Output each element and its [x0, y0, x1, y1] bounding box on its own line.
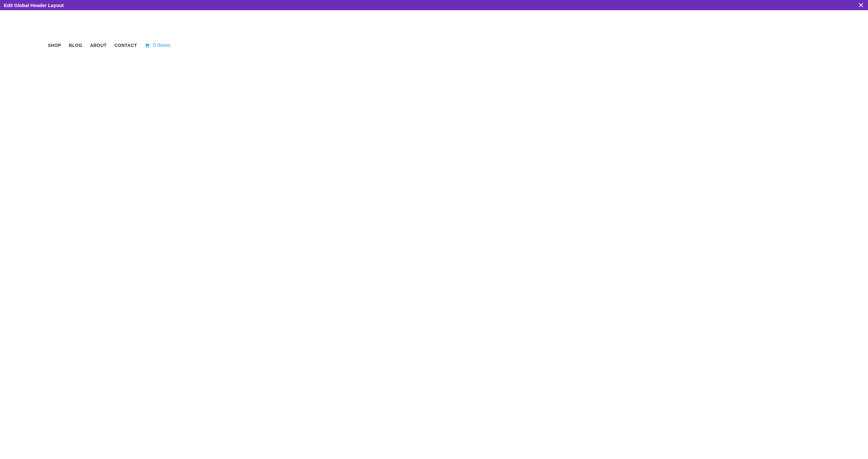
close-icon — [859, 3, 864, 8]
preview-area: SHOP BLOG ABOUT CONTACT 0 items Menu Set… — [0, 10, 868, 49]
close-button[interactable] — [858, 2, 864, 8]
nav-item-shop[interactable]: SHOP — [48, 43, 61, 48]
nav-cart[interactable]: 0 items — [145, 42, 170, 49]
top-bar: Edit Global Header Layout — [0, 0, 868, 10]
cart-icon — [145, 42, 150, 48]
cart-text: 0 items — [153, 42, 170, 49]
nav-item-contact[interactable]: CONTACT — [114, 43, 137, 48]
nav-item-about[interactable]: ABOUT — [90, 43, 106, 48]
nav-menu: SHOP BLOG ABOUT CONTACT 0 items — [0, 42, 868, 49]
page-title: Edit Global Header Layout — [4, 3, 64, 8]
nav-item-blog[interactable]: BLOG — [69, 43, 82, 48]
